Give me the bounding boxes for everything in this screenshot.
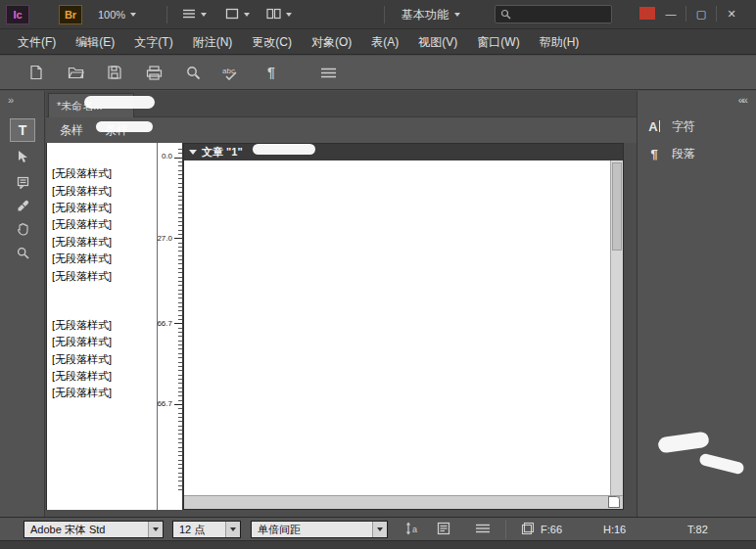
font-family-select[interactable]: Adobe 宋体 Std <box>24 521 164 538</box>
font-size-value: 12 点 <box>173 522 225 537</box>
view-tab-galley[interactable]: 条样 <box>60 122 83 139</box>
ruler-tick <box>178 447 182 448</box>
menu-window[interactable]: 窗口(W) <box>467 29 529 55</box>
character-panel-label: 字符 <box>672 118 695 135</box>
type-tool[interactable]: T <box>10 118 35 142</box>
screen-mode-icon <box>225 8 239 22</box>
paragraph-style-entry[interactable]: [无段落样式] <box>47 234 157 251</box>
statusbar-menu-button[interactable] <box>472 522 494 537</box>
ruler-tick <box>178 212 182 213</box>
ruler-tick <box>178 297 182 298</box>
paragraph-panel-icon: ¶ <box>645 147 663 161</box>
pages-indicator-button[interactable] <box>517 522 539 537</box>
collapse-story-icon[interactable] <box>189 150 197 155</box>
ruler-tick <box>178 460 182 461</box>
zoom-tool[interactable] <box>10 243 35 266</box>
zoom-tool-icon <box>17 246 29 263</box>
new-document-button[interactable] <box>24 60 49 85</box>
paragraph-style-entry[interactable]: [无段落样式] <box>47 200 157 216</box>
leading-select[interactable]: 单倍间距 <box>251 521 388 538</box>
ruler-tick <box>178 149 182 150</box>
chevron-down-icon[interactable] <box>148 522 163 537</box>
story-header[interactable]: 文章 "1" <box>184 144 623 160</box>
note-tool[interactable] <box>10 172 35 196</box>
ruler-tick <box>178 281 182 282</box>
menu-changes[interactable]: 更改(C) <box>242 29 302 55</box>
ruler-tick <box>178 344 182 345</box>
leading-adjust-button[interactable]: a <box>402 522 423 537</box>
ruler-tick <box>178 205 182 206</box>
text-frame-button[interactable] <box>433 522 454 537</box>
open-document-button[interactable] <box>63 60 88 85</box>
paragraph-style-entry[interactable]: [无段落样式] <box>47 334 157 350</box>
position-tool[interactable] <box>10 147 35 170</box>
paragraph-style-entry[interactable]: [无段落样式] <box>47 385 157 401</box>
paragraph-style-entry[interactable]: [无段落样式] <box>47 351 157 368</box>
arrange-documents-dropdown[interactable] <box>260 5 298 24</box>
search-box[interactable] <box>495 5 612 23</box>
paragraph-style-entry[interactable]: [无段落样式] <box>47 317 157 334</box>
workspace-switcher[interactable]: 基本功能 <box>394 4 468 25</box>
ruler-depth-value: 0.0 <box>162 153 172 160</box>
paragraph-style-entry[interactable]: [无段落样式] <box>47 182 157 199</box>
story-footer-bar <box>184 495 623 509</box>
find-button[interactable] <box>180 60 206 85</box>
print-button[interactable] <box>141 60 166 85</box>
menu-help[interactable]: 帮助(H) <box>530 29 590 55</box>
menu-type[interactable]: 文字(T) <box>124 29 182 55</box>
ruler-tick <box>178 336 182 337</box>
character-panel-button[interactable]: A 字符 <box>645 114 751 138</box>
ruler-tick <box>178 341 182 342</box>
view-options-dropdown[interactable] <box>176 5 213 24</box>
eyedropper-tool[interactable] <box>10 196 35 219</box>
paragraph-style-entry[interactable]: [无段落样式] <box>47 368 157 385</box>
menu-edit[interactable]: 编辑(E) <box>66 29 124 55</box>
ruler-tick <box>178 251 182 252</box>
chevron-down-icon <box>201 13 207 17</box>
paragraph-style-entry[interactable]: [无段落样式] <box>47 216 157 233</box>
menu-notes[interactable]: 附注(N) <box>183 29 243 55</box>
page-indicator-icon[interactable] <box>608 496 620 508</box>
show-hidden-characters-button[interactable]: ¶ <box>259 60 284 85</box>
expand-dock-icon[interactable]: «« <box>738 94 746 106</box>
chevron-down-icon[interactable] <box>225 522 240 537</box>
minimize-button[interactable]: — <box>658 3 684 24</box>
counter-h: H:16 <box>603 524 626 535</box>
ruler-tick <box>174 158 182 159</box>
vertical-scrollbar[interactable] <box>610 160 623 495</box>
menu-table[interactable]: 表(A) <box>361 29 408 55</box>
zoom-level-dropdown[interactable]: 100% <box>92 5 142 24</box>
close-button[interactable]: ✕ <box>719 3 744 24</box>
font-family-value: Adobe 宋体 Std <box>24 522 148 537</box>
ruler-tick <box>178 391 182 392</box>
maximize-button[interactable]: ▢ <box>688 3 714 24</box>
screen-mode-dropdown[interactable] <box>219 5 256 24</box>
menu-view[interactable]: 视图(V) <box>408 29 467 55</box>
paragraph-style-entry[interactable]: [无段落样式] <box>47 267 157 284</box>
font-size-select[interactable]: 12 点 <box>172 521 241 538</box>
chevron-down-icon[interactable] <box>372 522 387 537</box>
paragraph-style-entry[interactable]: [无段落样式] <box>47 165 157 182</box>
save-document-button[interactable] <box>102 60 127 85</box>
hand-tool[interactable] <box>10 219 35 243</box>
ruler-depth-value: 66.7 <box>157 400 172 408</box>
ruler-depth-value: 66.7 <box>157 320 172 328</box>
document-tab[interactable]: *未命名... <box>48 93 134 117</box>
ruler-tick <box>178 268 182 269</box>
menu-object[interactable]: 对象(O) <box>302 29 361 55</box>
paragraph-panel-button[interactable]: ¶ 段落 <box>645 142 751 165</box>
toolbar-menu-button[interactable] <box>315 60 341 85</box>
menu-file[interactable]: 文件(F) <box>8 29 66 55</box>
paragraph-style-entry[interactable]: [无段落样式] <box>47 251 157 267</box>
expand-panel-icon[interactable]: » <box>8 94 12 106</box>
search-input[interactable] <box>515 9 603 21</box>
bridge-launch-button[interactable]: Br <box>59 5 82 24</box>
view-tab-galley-2[interactable]: 条样 <box>105 122 128 139</box>
spellcheck-button[interactable]: abc <box>219 60 245 85</box>
ruler-tick <box>178 477 182 478</box>
story-text-area[interactable] <box>184 160 610 495</box>
ruler-tick <box>178 208 182 209</box>
paragraph-marks-icon: ¶ <box>267 65 275 80</box>
scrollbar-thumb[interactable] <box>612 162 622 251</box>
ruler-tick <box>178 319 182 320</box>
